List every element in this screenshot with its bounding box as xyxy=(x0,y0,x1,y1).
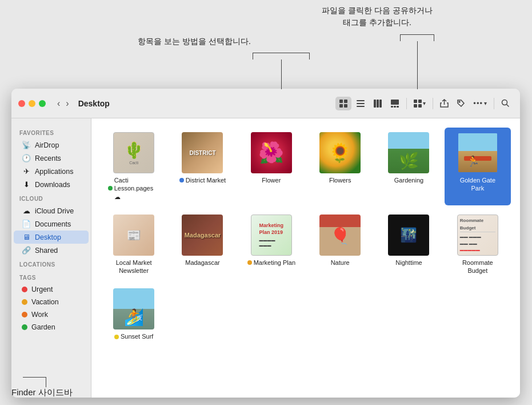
sidebar-item-desktop[interactable]: 🖥 Desktop xyxy=(14,231,89,244)
thumb-roommate: Roommate Budget ▬▬ ▬▬▬ ▬▬ ▬▬ ▬▬▬▬▬ xyxy=(457,215,498,256)
sunset-emoji: 🏄 xyxy=(124,308,144,327)
view-grid-button[interactable] xyxy=(335,97,351,110)
file-district[interactable]: DISTRICT District Market xyxy=(169,128,235,205)
group-icon xyxy=(414,100,422,108)
svg-line-20 xyxy=(507,105,509,107)
cacti-badge xyxy=(108,186,113,190)
svg-rect-0 xyxy=(339,100,343,103)
column-icon xyxy=(373,99,382,108)
group-chevron: ▾ xyxy=(423,100,426,106)
more-button[interactable]: ••• ▾ xyxy=(470,97,490,110)
sunset-badge xyxy=(114,335,119,339)
file-madagascar[interactable]: Madagascar Madagascar xyxy=(169,210,235,280)
file-goldengate[interactable]: 🏃 Golden Gate Park xyxy=(445,128,511,205)
group-button[interactable]: ▾ xyxy=(410,97,429,110)
sidebar-item-shared[interactable]: 🔗 Shared xyxy=(14,244,89,257)
sidebar-item-documents[interactable]: 📄 Documents xyxy=(14,217,89,231)
footer-line xyxy=(46,377,46,387)
list-icon xyxy=(356,99,365,108)
urgent-label: Urgent xyxy=(31,285,53,293)
thumb-pages-inner: 🌵 Cacti xyxy=(114,133,154,173)
marketing-name-row: Marketing Plan xyxy=(247,259,295,267)
sep2 xyxy=(433,98,433,109)
madagascar-label: Madagascar xyxy=(185,259,220,267)
file-roommate[interactable]: Roommate Budget ▬▬ ▬▬▬ ▬▬ ▬▬ ▬▬▬▬▬ Roomm… xyxy=(445,210,511,280)
sidebar-applications-label: Applications xyxy=(35,168,73,176)
nav-buttons: ‹ › xyxy=(55,97,71,110)
svg-rect-16 xyxy=(414,104,417,108)
file-nighttime[interactable]: 🌃 Nighttime xyxy=(375,210,442,280)
thumb-district: DISTRICT xyxy=(182,132,223,173)
file-sunset[interactable]: 🏄 Sunset Surf xyxy=(101,284,167,345)
sidebar-tag-garden[interactable]: Garden xyxy=(14,321,89,333)
flower-emoji: 🌺 xyxy=(258,141,284,165)
line-right xyxy=(417,41,418,89)
sidebar-item-icloud-drive[interactable]: ☁ iCloud Drive xyxy=(14,204,89,217)
back-button[interactable]: ‹ xyxy=(55,97,62,110)
airdrop-icon: 📡 xyxy=(22,141,31,149)
close-button[interactable] xyxy=(18,100,25,107)
share-button[interactable] xyxy=(437,97,452,110)
gardening-label: Gardening xyxy=(394,176,423,184)
district-text: DISTRICT xyxy=(187,148,218,158)
sidebar-item-recents[interactable]: 🕐 Recents xyxy=(14,152,89,165)
file-cacti[interactable]: 🌵 Cacti CactiLesson.pages ☁ xyxy=(101,128,167,205)
file-flower[interactable]: 🌺 Flower xyxy=(238,128,305,205)
thumb-marketing: MarketingPlan 2019 ▬▬▬▬▬▬▬ xyxy=(251,215,292,256)
flowers-label: Flowers xyxy=(329,176,351,184)
view-gallery-button[interactable] xyxy=(387,97,403,110)
svg-point-18 xyxy=(459,101,460,102)
forward-button[interactable]: › xyxy=(63,97,71,110)
roommate-inner: Roommate Budget ▬▬ ▬▬▬ ▬▬ ▬▬ ▬▬▬▬▬ xyxy=(458,215,498,255)
nighttime-label: Nighttime xyxy=(395,259,422,267)
tags-button[interactable] xyxy=(453,97,469,110)
gallery-icon xyxy=(390,99,399,108)
file-gardening[interactable]: 🌿 Gardening xyxy=(375,128,442,205)
documents-icon: 📄 xyxy=(22,220,31,228)
view-column-button[interactable] xyxy=(370,97,386,110)
fullscreen-button[interactable] xyxy=(39,100,46,107)
marketing-badge xyxy=(247,260,252,265)
file-flowers[interactable]: 🌻 Flowers xyxy=(307,128,373,205)
callout-top-left: 항목을 보는 방법을 선택합니다. xyxy=(126,35,263,47)
file-nature[interactable]: 🎈 Nature xyxy=(307,210,373,280)
sidebar-item-airdrop[interactable]: 📡 AirDrop xyxy=(14,138,89,152)
view-list-button[interactable] xyxy=(353,97,369,110)
path-title: Desktop xyxy=(78,99,110,108)
svg-rect-10 xyxy=(391,100,399,105)
search-button[interactable] xyxy=(498,97,513,110)
district-name-row: District Market xyxy=(179,176,226,184)
sidebar-item-downloads[interactable]: ⬇ Downloads xyxy=(14,178,89,191)
bracket-left xyxy=(253,53,310,59)
roommate-label: RoommateBudget xyxy=(462,259,493,275)
svg-rect-3 xyxy=(344,104,347,108)
main-content: Favorites 📡 AirDrop 🕐 Recents ✈ Applicat… xyxy=(11,118,520,398)
sidebar-tag-urgent[interactable]: Urgent xyxy=(14,283,89,296)
minimize-button[interactable] xyxy=(29,100,35,107)
urgent-dot xyxy=(22,287,27,292)
titlebar: ‹ › Desktop xyxy=(11,89,520,118)
nature-label: Nature xyxy=(331,259,350,267)
sidebar-tag-vacation[interactable]: Vacation xyxy=(14,296,89,308)
svg-rect-11 xyxy=(391,106,393,108)
svg-rect-6 xyxy=(357,106,365,107)
svg-rect-5 xyxy=(357,103,365,104)
thumb-newsletter: 📰 xyxy=(113,215,154,256)
file-newsletter[interactable]: 📰 Local MarketNewsletter xyxy=(101,210,167,280)
ellipsis-icon: ••• xyxy=(473,99,483,108)
sidebar-item-applications[interactable]: ✈ Applications xyxy=(14,165,89,178)
nature-emoji: 🎈 xyxy=(330,227,350,245)
svg-rect-4 xyxy=(357,100,365,101)
share-icon xyxy=(440,99,449,108)
sidebar-tag-work[interactable]: Work xyxy=(14,308,89,321)
sidebar-footer-text: Finder 사이드바 xyxy=(11,387,73,397)
bracket-right xyxy=(400,34,434,41)
sidebar-recents-label: Recents xyxy=(35,154,61,162)
file-marketing[interactable]: MarketingPlan 2019 ▬▬▬▬▬▬▬ Marketing Pla… xyxy=(238,210,305,280)
desktop-icon: 🖥 xyxy=(22,233,31,241)
sidebar-airdrop-label: AirDrop xyxy=(35,141,59,149)
newsletter-label: Local MarketNewsletter xyxy=(116,259,152,275)
sep1 xyxy=(406,98,407,109)
grid-icon xyxy=(339,99,348,108)
district-label: District Market xyxy=(186,176,226,184)
